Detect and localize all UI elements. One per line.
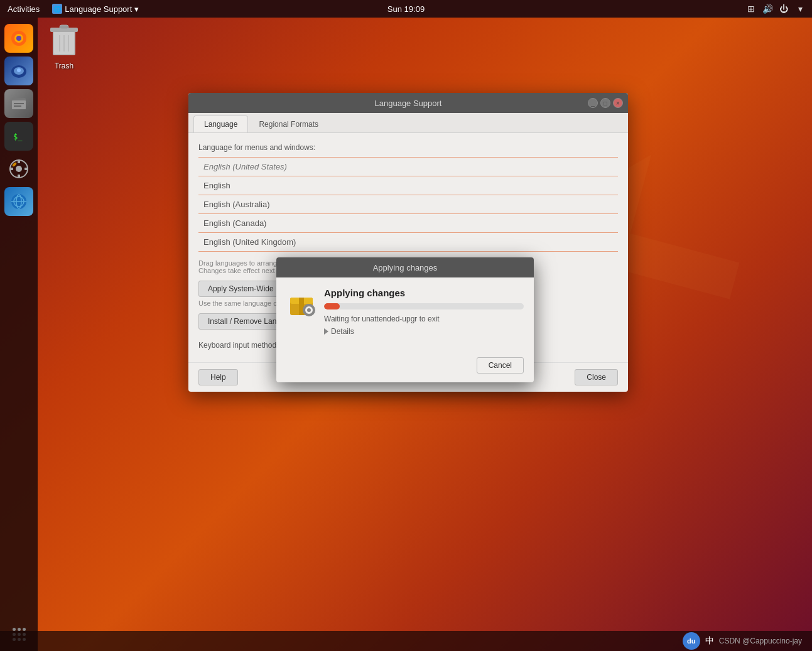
system-menu-arrow[interactable]: ▾ [793, 2, 807, 16]
bottom-right-widget: du 中 CSDN @Cappuccino-jay [683, 632, 802, 650]
tab-language[interactable]: Language [193, 116, 248, 132]
modal-title: Applying changes [373, 263, 438, 272]
details-label: Details [331, 327, 354, 336]
dock: $_ [0, 18, 38, 651]
csdn-label: CSDN @Cappuccino-jay [719, 637, 802, 645]
lang-item-english-uk[interactable]: English (United Kingdom) [198, 233, 618, 252]
clock: Sun 19:09 [387, 4, 425, 14]
dock-item-firefox[interactable] [4, 24, 33, 53]
lang-item-english-au[interactable]: English (Australia) [198, 195, 618, 214]
svg-point-2 [16, 36, 21, 41]
progress-bar-background [324, 303, 524, 309]
dock-item-settings[interactable] [4, 154, 33, 183]
window-tabs: Language Regional Formats [188, 113, 628, 133]
help-button[interactable]: Help [198, 369, 238, 385]
window-title: Language Support [375, 99, 442, 108]
dock-item-thunderbird[interactable] [4, 56, 33, 85]
window-titlebar: Language Support _ □ × [188, 93, 628, 113]
du-badge[interactable]: du [683, 632, 700, 650]
svg-point-36 [307, 308, 311, 312]
bottombar: du 中 CSDN @Cappuccino-jay [0, 631, 812, 651]
svg-text:$_: $_ [13, 132, 23, 141]
network-icon[interactable]: ⊞ [744, 2, 758, 16]
dock-item-browser[interactable] [4, 187, 33, 216]
trash-desktop-icon[interactable]: Trash [49, 24, 79, 70]
svg-point-13 [16, 166, 22, 172]
details-toggle[interactable]: Details [324, 327, 524, 336]
dock-item-files[interactable] [4, 89, 33, 118]
volume-icon[interactable]: 🔊 [761, 2, 774, 16]
topbar: Activities 🌐 Language Support ▾ Sun 19:0… [0, 0, 812, 18]
topbar-right-controls: ⊞ 🔊 ⏻ ▾ [744, 0, 812, 18]
maximize-button[interactable]: □ [600, 98, 610, 108]
lang-item-english-us[interactable]: English (United States) [198, 158, 618, 176]
svg-rect-14 [18, 159, 20, 163]
modal-status: Waiting for unattended-upgr to exit [324, 315, 524, 323]
modal-header-row: Applying changes Waiting for unattended-… [286, 288, 524, 336]
topbar-app-indicator[interactable]: 🌐 Language Support ▾ [47, 4, 144, 14]
svg-point-5 [17, 68, 21, 72]
minimize-button[interactable]: _ [588, 98, 598, 108]
svg-rect-17 [24, 168, 28, 170]
modal-content: Applying changes Waiting for unattended-… [276, 277, 534, 352]
applying-icon [286, 288, 317, 318]
cancel-button[interactable]: Cancel [477, 357, 524, 374]
svg-rect-27 [60, 25, 68, 29]
svg-rect-8 [14, 103, 24, 104]
trash-icon [49, 24, 79, 59]
app-icon: 🌐 [52, 4, 62, 14]
zh-input-indicator[interactable]: 中 [705, 635, 714, 647]
modal-text-area: Applying changes Waiting for unattended-… [324, 288, 524, 336]
activities-button[interactable]: Activities [0, 0, 47, 18]
topbar-app-label: Language Support [65, 4, 132, 14]
topbar-dropdown-arrow: ▾ [134, 4, 139, 14]
language-list: English (United States) English English … [198, 157, 618, 252]
svg-rect-15 [18, 175, 20, 178]
close-window-button[interactable]: Close [575, 369, 618, 385]
svg-rect-16 [9, 168, 13, 170]
details-triangle-icon [324, 328, 328, 335]
trash-label: Trash [55, 62, 73, 70]
dock-item-terminal[interactable]: $_ [4, 122, 33, 151]
svg-rect-9 [14, 105, 21, 107]
modal-titlebar: Applying changes [276, 257, 534, 277]
tab-regional-formats[interactable]: Regional Formats [248, 116, 329, 132]
modal-footer: Cancel [276, 352, 534, 382]
applying-changes-modal: Applying changes Applying changes [276, 257, 534, 382]
power-icon[interactable]: ⏻ [777, 2, 791, 16]
svg-rect-7 [12, 100, 26, 109]
apply-system-wide-button[interactable]: Apply System-Wide [198, 281, 283, 297]
progress-bar-fill [324, 303, 340, 309]
close-button[interactable]: × [613, 98, 623, 108]
lang-item-english[interactable]: English [198, 176, 618, 195]
modal-heading: Applying changes [324, 288, 524, 298]
section-label: Language for menus and windows: [198, 143, 618, 152]
lang-item-english-ca[interactable]: English (Canada) [198, 214, 618, 233]
window-controls: _ □ × [588, 98, 623, 108]
